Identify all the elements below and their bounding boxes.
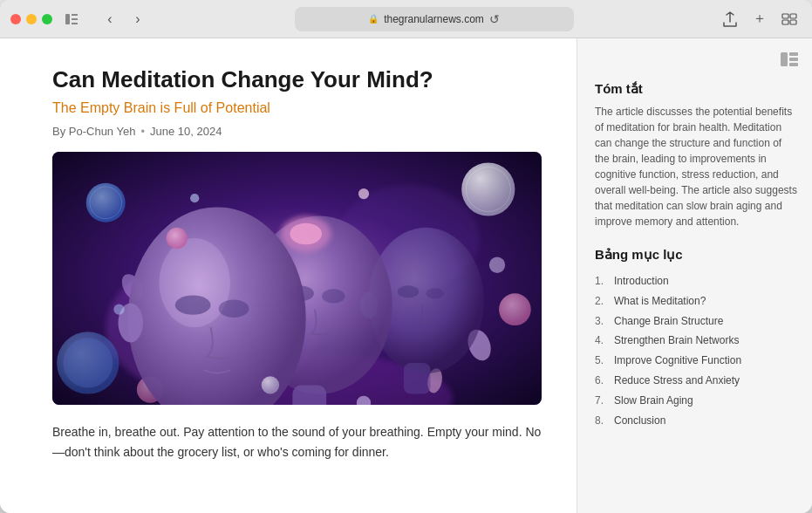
reload-button[interactable]: ↺ xyxy=(489,12,500,26)
toc-item-label: Introduction xyxy=(614,274,669,289)
svg-point-47 xyxy=(113,304,124,315)
svg-point-45 xyxy=(190,194,199,202)
toc-title: Bảng mục lục xyxy=(595,247,798,263)
address-bar-container: 🔒 thegranularnews.com ↺ xyxy=(157,7,711,31)
tabs-button[interactable] xyxy=(777,7,802,31)
svg-point-27 xyxy=(426,288,443,298)
svg-point-18 xyxy=(63,339,113,388)
toc-item[interactable]: 3.Change Brain Structure xyxy=(595,311,798,332)
toc-item-number: 7. xyxy=(595,393,611,408)
close-button[interactable] xyxy=(10,14,21,24)
svg-rect-1 xyxy=(72,14,78,16)
toc-item-label: Slow Brain Aging xyxy=(614,393,693,408)
svg-rect-3 xyxy=(72,23,78,24)
toc-item-label: Change Brain Structure xyxy=(614,314,723,329)
toc-item[interactable]: 2.What is Meditation? xyxy=(595,291,798,311)
share-button[interactable] xyxy=(718,7,742,31)
svg-point-16 xyxy=(499,294,531,326)
svg-rect-51 xyxy=(789,63,798,66)
article-pane: Can Meditation Change Your Mind? The Emp… xyxy=(0,38,577,513)
toc-item[interactable]: 7.Slow Brain Aging xyxy=(595,391,798,411)
article-subtitle: The Empty Brain is Full of Potential xyxy=(52,100,542,116)
byline-author: By Po-Chun Yeh xyxy=(52,125,135,138)
byline-date: June 10, 2024 xyxy=(150,125,222,138)
svg-point-14 xyxy=(461,163,515,216)
summary-text: The article discusses the potential bene… xyxy=(595,104,798,229)
toc-item-number: 8. xyxy=(595,414,611,428)
forward-button[interactable]: › xyxy=(126,7,150,31)
svg-point-46 xyxy=(489,257,505,273)
traffic-lights xyxy=(10,14,52,24)
toc-item-number: 5. xyxy=(595,353,611,368)
byline-separator: • xyxy=(140,125,145,138)
toc-item-number: 3. xyxy=(595,314,611,329)
sidebar-top-icon xyxy=(595,52,798,71)
summary-title: Tóm tắt xyxy=(595,81,798,97)
toc-item-label: Improve Cognitive Function xyxy=(614,353,741,368)
article-title: Can Meditation Change Your Mind? xyxy=(52,66,542,93)
svg-point-32 xyxy=(322,289,345,303)
svg-rect-0 xyxy=(65,14,70,24)
svg-point-34 xyxy=(290,223,322,244)
toc-item[interactable]: 6.Reduce Stress and Anxiety xyxy=(595,371,798,391)
svg-point-39 xyxy=(175,296,211,315)
toc-item-label: Conclusion xyxy=(614,414,665,428)
back-button[interactable]: ‹ xyxy=(98,7,122,31)
toolbar-right: ＋ xyxy=(718,7,802,31)
toc-item[interactable]: 1.Introduction xyxy=(595,271,798,291)
browser-window: ‹ › 🔒 thegranularnews.com ↺ ＋ xyxy=(0,0,812,513)
maximize-button[interactable] xyxy=(42,14,52,24)
toc-item-label: Reduce Stress and Anxiety xyxy=(614,373,740,388)
nav-buttons: ‹ › xyxy=(98,7,150,31)
toc-item-number: 6. xyxy=(595,373,611,388)
toc-item-number: 4. xyxy=(595,333,611,348)
svg-point-41 xyxy=(167,228,188,249)
svg-point-12 xyxy=(86,183,126,222)
svg-rect-25 xyxy=(404,363,431,394)
lock-icon: 🔒 xyxy=(368,14,379,24)
article-body: Breathe in, breathe out. Pay attention t… xyxy=(52,422,542,462)
toc-item[interactable]: 5.Improve Cognitive Function xyxy=(595,351,798,371)
address-bar[interactable]: 🔒 thegranularnews.com ↺ xyxy=(295,7,574,31)
svg-rect-6 xyxy=(782,20,788,24)
layout-icon[interactable] xyxy=(781,52,798,71)
svg-rect-48 xyxy=(781,52,788,66)
toc-item-label: What is Meditation? xyxy=(614,294,706,309)
toc-item-label: Strengthen Brain Networks xyxy=(614,333,739,348)
article-hero-image xyxy=(52,152,542,405)
toc-item-number: 1. xyxy=(595,274,611,289)
svg-point-40 xyxy=(219,300,249,318)
toc-list: 1.Introduction2.What is Meditation?3.Cha… xyxy=(595,271,798,430)
sidebar-toggle-button[interactable] xyxy=(59,7,84,31)
main-area: Can Meditation Change Your Mind? The Emp… xyxy=(0,38,812,513)
new-tab-button[interactable]: ＋ xyxy=(747,7,772,31)
svg-point-44 xyxy=(358,188,369,199)
svg-rect-50 xyxy=(789,58,798,61)
titlebar: ‹ › 🔒 thegranularnews.com ↺ ＋ xyxy=(0,0,812,38)
svg-rect-30 xyxy=(292,386,326,406)
svg-rect-4 xyxy=(782,14,788,18)
svg-rect-5 xyxy=(790,14,796,18)
svg-point-42 xyxy=(262,376,279,393)
svg-point-26 xyxy=(398,285,419,298)
article-byline: By Po-Chun Yeh • June 10, 2024 xyxy=(52,125,542,138)
minimize-button[interactable] xyxy=(26,14,37,24)
svg-rect-7 xyxy=(790,20,796,24)
svg-rect-49 xyxy=(789,52,798,56)
toc-item[interactable]: 8.Conclusion xyxy=(595,411,798,431)
sidebar-pane: Tóm tắt The article discusses the potent… xyxy=(577,38,812,513)
toc-item[interactable]: 4.Strengthen Brain Networks xyxy=(595,331,798,351)
toc-item-number: 2. xyxy=(595,294,611,309)
svg-rect-2 xyxy=(72,18,78,20)
url-text: thegranularnews.com xyxy=(384,13,484,25)
